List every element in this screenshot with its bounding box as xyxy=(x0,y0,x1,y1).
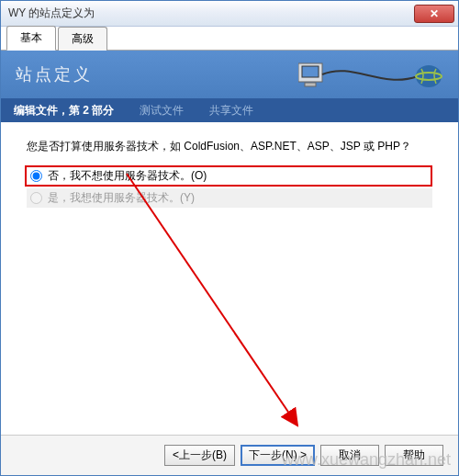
content-area: 您是否打算使用服务器技术，如 ColdFusion、ASP.NET、ASP、JS… xyxy=(1,122,458,435)
window-title: WY 的站点定义为 xyxy=(8,6,414,21)
radio-no[interactable] xyxy=(30,170,42,182)
radio-no-row[interactable]: 否，我不想使用服务器技术。(O) xyxy=(25,165,432,187)
tab-strip: 基本 高级 xyxy=(1,27,458,51)
radio-no-label: 否，我不想使用服务器技术。(O) xyxy=(48,168,207,184)
subheader: 编辑文件，第 2 部分 测试文件 共享文件 xyxy=(1,98,458,122)
back-button[interactable]: <上一步(B) xyxy=(164,445,235,466)
tab-advanced[interactable]: 高级 xyxy=(58,27,107,51)
cancel-button[interactable]: 取消 xyxy=(320,445,379,466)
radio-yes-label: 是，我想使用服务器技术。(Y) xyxy=(48,190,195,206)
banner-title: 站点定义 xyxy=(16,63,93,85)
step-share: 共享文件 xyxy=(209,103,253,119)
svg-line-5 xyxy=(127,174,297,425)
step-test: 测试文件 xyxy=(140,103,184,119)
question-text: 您是否打算使用服务器技术，如 ColdFusion、ASP.NET、ASP、JS… xyxy=(27,139,432,154)
help-button[interactable]: 帮助 xyxy=(385,445,443,466)
radio-yes-row[interactable]: 是，我想使用服务器技术。(Y) xyxy=(27,188,432,208)
next-button[interactable]: 下一步(N) > xyxy=(241,445,315,466)
footer: <上一步(B) 下一步(N) > 取消 帮助 xyxy=(1,435,458,475)
svg-rect-1 xyxy=(302,66,319,77)
banner: 站点定义 xyxy=(1,51,458,98)
step-label: 编辑文件，第 2 部分 xyxy=(14,103,114,119)
titlebar: WY 的站点定义为 ✕ xyxy=(1,1,458,27)
banner-graphic xyxy=(298,56,445,96)
close-button[interactable]: ✕ xyxy=(414,5,454,23)
svg-point-3 xyxy=(416,65,442,87)
close-icon: ✕ xyxy=(430,7,439,20)
tab-basic[interactable]: 基本 xyxy=(6,26,56,51)
radio-yes[interactable] xyxy=(30,192,42,204)
svg-rect-2 xyxy=(305,83,316,86)
dialog-window: WY 的站点定义为 ✕ 基本 高级 站点定义 编辑文件，第 2 部分 测试文件 … xyxy=(0,0,459,476)
